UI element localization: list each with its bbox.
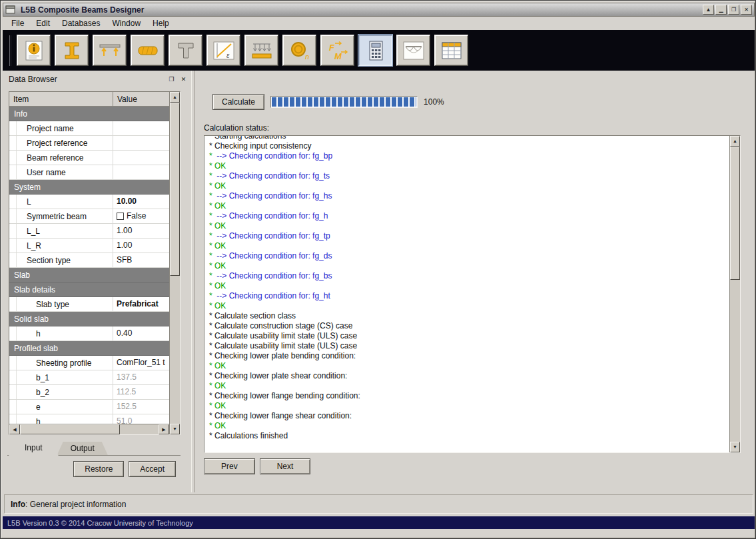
log-lines: * Starting calculations* Checking input …: [209, 136, 725, 441]
progress-fill: [272, 97, 416, 107]
ibeam-section-icon: [61, 41, 83, 61]
table-row[interactable]: L_R1.00: [9, 239, 169, 253]
restore-button[interactable]: Restore: [73, 461, 124, 477]
section-row[interactable]: Solid slab: [9, 312, 169, 326]
log-scrollbar[interactable]: ▲ ▼: [729, 136, 740, 452]
table-row[interactable]: h0.40: [9, 326, 169, 341]
column-header-item[interactable]: Item: [9, 92, 113, 106]
table-row[interactable]: Project reference: [9, 136, 169, 151]
table-row[interactable]: Project name: [9, 121, 169, 136]
toolbar-project-info-button[interactable]: [17, 35, 51, 66]
log-line: * Checking lower flange shear condition:: [209, 411, 725, 421]
table-row[interactable]: L10.00: [9, 195, 169, 209]
toolbar-beam-supports-button[interactable]: [93, 35, 127, 66]
table-row[interactable]: e152.5: [9, 400, 169, 414]
vertical-scrollbar[interactable]: ▲ ▼: [169, 92, 180, 434]
log-scrollbar-track[interactable]: [730, 280, 740, 442]
item-cell: Slab type: [9, 297, 113, 311]
beam-load-icon: [137, 41, 159, 61]
value-cell: 0.40: [113, 326, 169, 340]
table-row[interactable]: Sheeting profileComFlor_51 t: [9, 356, 169, 370]
maximize-button[interactable]: ❐: [728, 5, 739, 15]
log-scroll-up-button[interactable]: ▲: [730, 136, 740, 147]
table-row[interactable]: h51.0: [9, 414, 169, 424]
toolbar-forces-moments-button[interactable]: F M: [320, 35, 354, 66]
toolbar-strain-diagram-button[interactable]: ε: [206, 35, 240, 66]
section-row[interactable]: Profiled slab: [9, 341, 169, 356]
table-row[interactable]: Beam reference: [9, 151, 169, 165]
scroll-left-button[interactable]: ◀: [9, 424, 20, 434]
table-row[interactable]: b_2112.5: [9, 385, 169, 400]
log-line: * OK: [209, 381, 725, 391]
table-row[interactable]: Slab typePrefabricat: [9, 297, 169, 312]
log-scroll-down-button[interactable]: ▼: [730, 442, 740, 452]
toolbar-handle[interactable]: [9, 35, 11, 66]
scroll-up-button[interactable]: ▲: [170, 92, 180, 103]
hscrollbar-track[interactable]: [120, 424, 159, 434]
toolbar-result-table-button[interactable]: [434, 35, 468, 66]
checkbox[interactable]: [117, 213, 124, 220]
menu-file[interactable]: File: [5, 17, 30, 30]
vscrollbar-thumb[interactable]: [170, 103, 180, 276]
item-cell: Project reference: [9, 136, 113, 150]
log-content[interactable]: * Starting calculations* Checking input …: [204, 136, 729, 452]
log-line: * --> Checking condition for: fg_ht: [209, 291, 725, 301]
log-line: * Checking lower plate shear condition:: [209, 371, 725, 381]
table-row[interactable]: b_1137.5: [9, 370, 169, 385]
table-row[interactable]: Symmetric beamFalse: [9, 209, 169, 224]
svg-text:M: M: [334, 51, 342, 61]
tab-output[interactable]: Output: [57, 442, 108, 455]
prev-button[interactable]: Prev: [204, 458, 255, 474]
accept-button[interactable]: Accept: [129, 461, 176, 477]
minimize-button[interactable]: ▁: [715, 5, 727, 15]
titlebar[interactable]: L5B Composite Beams Designer ▲ ▁ ❐ ✕: [3, 3, 755, 17]
item-cell: e: [9, 400, 113, 414]
section-row[interactable]: Slab details: [9, 282, 169, 297]
section-row[interactable]: System: [9, 180, 169, 195]
next-button[interactable]: Next: [260, 458, 311, 474]
scroll-down-button[interactable]: ▼: [170, 424, 180, 434]
tab-input[interactable]: Input: [9, 440, 59, 456]
value-cell: 1.00: [113, 239, 169, 253]
menu-window[interactable]: Window: [106, 17, 147, 30]
dock-float-button[interactable]: ❐: [167, 75, 177, 84]
value-cell: 152.5: [113, 400, 169, 414]
item-cell: Beam reference: [9, 151, 113, 165]
toolbar-distributed-load-button[interactable]: [244, 35, 278, 66]
item-cell: h: [9, 414, 113, 424]
table-row[interactable]: L_L1.00: [9, 224, 169, 239]
window-icon[interactable]: [5, 5, 16, 15]
vscrollbar-track[interactable]: [170, 276, 180, 424]
menu-edit[interactable]: Edit: [30, 17, 56, 30]
menu-help[interactable]: Help: [147, 17, 175, 30]
toolbar-load-cases-button[interactable]: n: [282, 35, 316, 66]
statusbar-text: L5B Version 0.3 © 2014 Cracow University…: [7, 519, 193, 527]
column-header-value[interactable]: Value: [113, 92, 169, 106]
section-row[interactable]: Info: [9, 107, 169, 121]
scroll-right-button[interactable]: ▶: [159, 424, 169, 434]
t-section-icon: [175, 41, 197, 61]
table-row[interactable]: Section typeSFB: [9, 253, 169, 268]
close-button[interactable]: ✕: [741, 5, 752, 15]
dock-close-button[interactable]: ✕: [179, 75, 189, 84]
log-line: * --> Checking condition for: fg_bp: [209, 151, 725, 161]
data-browser-header[interactable]: Data Browser ❐ ✕: [5, 74, 189, 85]
shade-button[interactable]: ▲: [703, 5, 714, 15]
calculate-button[interactable]: Calculate: [212, 94, 264, 110]
item-cell: L_R: [9, 239, 113, 253]
toolbar-calculator-button[interactable]: [358, 35, 392, 66]
menu-databases[interactable]: Databases: [56, 17, 106, 30]
toolbar-result-diagrams-button[interactable]: [396, 35, 430, 66]
table-row[interactable]: User name: [9, 165, 169, 180]
statusbar: L5B Version 0.3 © 2014 Cracow University…: [3, 516, 755, 529]
toolbar-ibeam-section-button[interactable]: [55, 35, 89, 66]
log-scrollbar-thumb[interactable]: [730, 147, 740, 280]
toolbar-beam-load-button[interactable]: [131, 35, 165, 66]
calculation-log[interactable]: * Starting calculations* Checking input …: [204, 135, 741, 453]
toolbar-t-section-button[interactable]: [169, 35, 202, 66]
section-row[interactable]: Slab: [9, 268, 169, 282]
hscrollbar-thumb[interactable]: [20, 424, 120, 434]
horizontal-scrollbar[interactable]: ◀ ▶: [9, 424, 169, 434]
value-cell: [113, 165, 169, 179]
log-line: * Checking lower plate bending condition…: [209, 351, 725, 361]
